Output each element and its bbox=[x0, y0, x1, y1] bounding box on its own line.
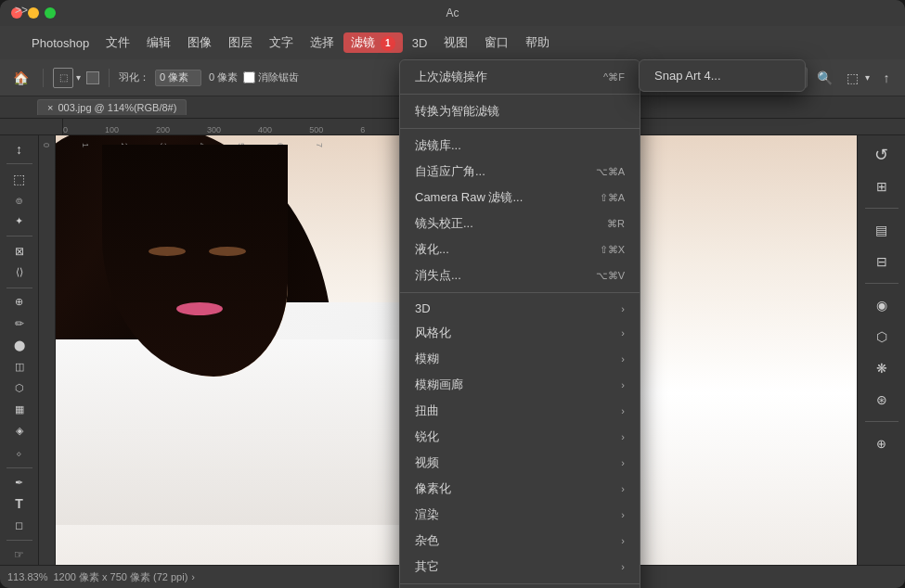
menu-sharpen[interactable]: 锐化 › bbox=[400, 424, 640, 450]
menu-pixelate[interactable]: 像素化 › bbox=[400, 476, 640, 502]
menu-snap-art[interactable]: Snap Art 4... bbox=[640, 64, 805, 87]
menu-noise[interactable]: 杂色 › bbox=[400, 528, 640, 554]
menu-convert-smart[interactable]: 转换为智能滤镜 bbox=[400, 98, 640, 124]
menu-divider-4 bbox=[400, 583, 640, 584]
menu-render[interactable]: 渲染 › bbox=[400, 502, 640, 528]
menu-divider-2 bbox=[400, 128, 640, 129]
menu-video[interactable]: 视频 › bbox=[400, 450, 640, 476]
menu-last-filter[interactable]: 上次滤镜操作 ^⌘F bbox=[400, 64, 640, 90]
filter-dropdown-menu: 上次滤镜操作 ^⌘F 转换为智能滤镜 滤镜库... 自适应广角... ⌥⌘A C… bbox=[399, 59, 640, 588]
menu-blur-gallery[interactable]: 模糊画廊 › bbox=[400, 372, 640, 398]
menu-camera-raw[interactable]: Camera Raw 滤镜... ⇧⌘A bbox=[400, 185, 640, 211]
dropdown-overlay: 上次滤镜操作 ^⌘F 转换为智能滤镜 滤镜库... 自适应广角... ⌥⌘A C… bbox=[0, 0, 905, 588]
menu-3d-item[interactable]: 3D › bbox=[400, 297, 640, 320]
menu-adaptive-wide[interactable]: 自适应广角... ⌥⌘A bbox=[400, 159, 640, 185]
menu-stylize[interactable]: 风格化 › bbox=[400, 320, 640, 346]
menu-filter-gallery[interactable]: 滤镜库... bbox=[400, 133, 640, 159]
app-window: Ac Photoshop 文件 编辑 图像 图层 文字 选择 滤镜 1 3D 视… bbox=[0, 0, 905, 588]
menu-vanishing-point[interactable]: 消失点... ⌥⌘V bbox=[400, 262, 640, 288]
exposure-submenu: Snap Art 4... bbox=[639, 59, 806, 92]
menu-divider-3 bbox=[400, 292, 640, 293]
menu-blur[interactable]: 模糊 › bbox=[400, 346, 640, 372]
menu-liquify[interactable]: 液化... ⇧⌘X bbox=[400, 236, 640, 262]
menu-divider-1 bbox=[400, 94, 640, 95]
menu-lens-correction[interactable]: 镜头校正... ⌘R bbox=[400, 211, 640, 236]
menu-other[interactable]: 其它 › bbox=[400, 554, 640, 580]
menu-distort[interactable]: 扭曲 › bbox=[400, 398, 640, 424]
